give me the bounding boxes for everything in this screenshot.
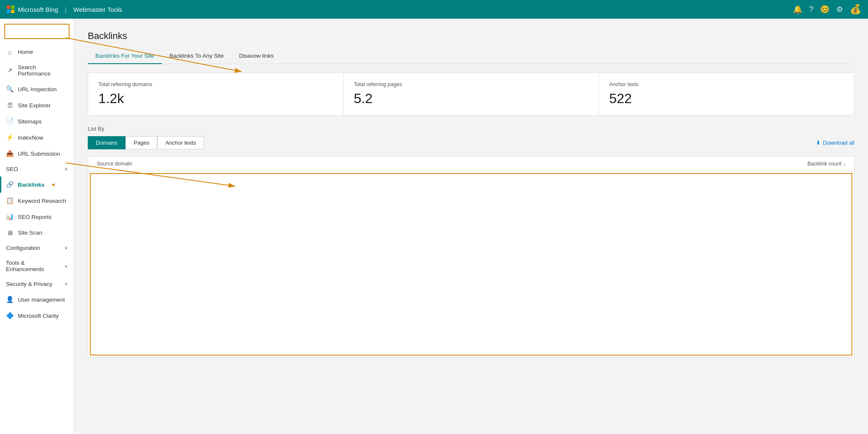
gold-icon[interactable]: 💰 <box>850 4 861 15</box>
topbar: Microsoft Bing | Webmaster Tools 🔔 ? 😊 ⚙… <box>0 0 868 19</box>
download-all-button[interactable]: ⬇ Download all <box>816 140 854 146</box>
sidebar-item-home-label: Home <box>18 49 33 55</box>
sidebar-item-seo-reports-label: SEO Reports <box>18 214 52 220</box>
stat-anchor-texts-value: 522 <box>609 91 844 106</box>
url-inspection-icon: 🔍 <box>6 85 14 93</box>
site-explorer-icon: ☰ <box>6 101 14 109</box>
search-input[interactable] <box>8 28 65 35</box>
sidebar-item-indexnow[interactable]: ⚡ IndexNow <box>0 129 74 146</box>
settings-icon[interactable]: ⚙ <box>836 5 843 14</box>
topbar-right: 🔔 ? 😊 ⚙ 💰 <box>793 4 861 15</box>
table-data-area <box>90 173 852 356</box>
backlinks-icon: 🔗 <box>6 181 14 188</box>
download-icon: ⬇ <box>816 140 821 146</box>
backlink-count-label: Backlink count <box>807 161 842 167</box>
stat-referring-domains-value: 1.2k <box>98 91 333 106</box>
sidebar-search-box[interactable] <box>4 24 70 39</box>
sitemaps-icon: 📄 <box>6 118 14 125</box>
download-all-label: Download all <box>823 140 854 146</box>
microsoft-logo <box>7 6 14 13</box>
sidebar-item-indexnow-label: IndexNow <box>18 134 43 141</box>
list-btn-domains[interactable]: Domains <box>88 136 125 149</box>
sidebar-item-backlinks[interactable]: 🔗 Backlinks ◄ <box>0 176 74 193</box>
list-by-section: List By Domains Pages Anchor texts ⬇ Dow… <box>88 126 854 149</box>
sidebar-item-user-management-label: User management <box>18 297 65 303</box>
stat-referring-pages: Total referring pages 5.2 <box>344 73 599 115</box>
table-col-source-header: Source domain <box>97 161 807 167</box>
security-section-header[interactable]: Security & Privacy ∨ <box>0 277 74 291</box>
list-by-label: List By <box>88 126 854 132</box>
sidebar-item-user-management[interactable]: 👤 User management <box>0 291 74 308</box>
url-submission-icon: 📤 <box>6 150 14 157</box>
sidebar-item-url-inspection[interactable]: 🔍 URL Inspection <box>0 81 74 97</box>
configuration-chevron-icon: ∨ <box>64 245 68 251</box>
configuration-section-label: Configuration <box>6 245 40 251</box>
backlinks-table: Source domain Backlink count ↓ <box>88 156 854 358</box>
sidebar-item-url-inspection-label: URL Inspection <box>18 86 57 92</box>
seo-chevron-icon: ∧ <box>64 166 68 172</box>
page-title: Backlinks <box>88 31 854 42</box>
sort-icon[interactable]: ↓ <box>843 161 846 166</box>
sidebar-item-url-submission-label: URL Submission <box>18 151 60 157</box>
search-performance-icon: ↗ <box>6 67 14 74</box>
list-btn-pages[interactable]: Pages <box>125 136 157 149</box>
stat-anchor-texts: Anchor texts 522 <box>599 73 854 115</box>
sidebar-item-seo-reports[interactable]: 📊 SEO Reports <box>0 209 74 225</box>
sidebar-item-sitemaps[interactable]: 📄 Sitemaps <box>0 113 74 129</box>
seo-section-label: SEO <box>6 166 18 172</box>
sidebar-item-site-explorer[interactable]: ☰ Site Explorer <box>0 97 74 113</box>
list-by-controls-row: Domains Pages Anchor texts ⬇ Download al… <box>88 136 854 149</box>
app-title: Webmaster Tools <box>73 6 122 13</box>
bell-icon[interactable]: 🔔 <box>793 5 802 14</box>
list-btn-anchor-texts[interactable]: Anchor texts <box>157 136 204 149</box>
backlinks-arrow-indicator: ◄ <box>50 182 56 188</box>
main-layout: ⌂ Home ↗ Search Performance 🔍 URL Inspec… <box>0 19 868 434</box>
help-icon[interactable]: ? <box>809 5 813 14</box>
seo-reports-icon: 📊 <box>6 213 14 221</box>
sidebar: ⌂ Home ↗ Search Performance 🔍 URL Inspec… <box>0 19 74 434</box>
stat-referring-pages-value: 5.2 <box>354 91 589 106</box>
table-header: Source domain Backlink count ↓ <box>88 157 854 171</box>
list-by-buttons: Domains Pages Anchor texts <box>88 136 204 149</box>
sidebar-item-site-scan-label: Site Scan <box>18 230 42 236</box>
sidebar-item-home[interactable]: ⌂ Home <box>0 44 74 60</box>
security-section-label: Security & Privacy <box>6 281 53 287</box>
sidebar-item-site-scan[interactable]: 🖥 Site Scan <box>0 225 74 241</box>
main-content: Backlinks Backlinks For Your Site Backli… <box>74 19 868 434</box>
sidebar-item-microsoft-clarity-label: Microsoft Clarity <box>18 313 59 319</box>
stat-referring-domains: Total referring domains 1.2k <box>88 73 344 115</box>
sidebar-item-url-submission[interactable]: 📤 URL Submission <box>0 146 74 162</box>
tab-backlinks-to-any[interactable]: Backlinks To Any Site <box>162 48 231 64</box>
seo-section-header[interactable]: SEO ∧ <box>0 162 74 176</box>
sidebar-item-search-performance[interactable]: ↗ Search Performance <box>0 60 74 81</box>
home-icon: ⌂ <box>6 48 14 56</box>
stats-row: Total referring domains 1.2k Total refer… <box>88 73 854 115</box>
keyword-research-icon: 📋 <box>6 197 14 204</box>
brand-divider: | <box>65 6 67 13</box>
brand-name: Microsoft Bing <box>18 6 58 13</box>
user-icon[interactable]: 😊 <box>820 5 829 14</box>
table-col-count-header: Backlink count ↓ <box>807 161 846 167</box>
site-scan-icon: 🖥 <box>6 229 14 236</box>
stat-referring-pages-label: Total referring pages <box>354 81 589 87</box>
sidebar-item-keyword-research-label: Keyword Research <box>18 198 66 204</box>
configuration-section-header[interactable]: Configuration ∨ <box>0 241 74 255</box>
sidebar-item-keyword-research[interactable]: 📋 Keyword Research <box>0 193 74 209</box>
security-chevron-icon: ∨ <box>64 281 68 287</box>
indexnow-icon: ⚡ <box>6 134 14 141</box>
sidebar-item-backlinks-label: Backlinks <box>18 182 45 188</box>
tab-backlinks-for-site[interactable]: Backlinks For Your Site <box>88 48 162 64</box>
sidebar-item-sitemaps-label: Sitemaps <box>18 118 42 125</box>
microsoft-clarity-icon: 🔷 <box>6 312 14 319</box>
sidebar-item-microsoft-clarity[interactable]: 🔷 Microsoft Clarity <box>0 308 74 324</box>
stat-anchor-texts-label: Anchor texts <box>609 81 844 87</box>
tools-section-header[interactable]: Tools & Enhancements ∨ <box>0 255 74 277</box>
tools-chevron-icon: ∨ <box>64 263 68 269</box>
tab-disavow-links[interactable]: Disavow links <box>231 48 281 64</box>
brand-area: Microsoft Bing | Webmaster Tools <box>7 6 122 13</box>
user-management-icon: 👤 <box>6 296 14 303</box>
tools-section-label: Tools & Enhancements <box>6 260 64 272</box>
stat-referring-domains-label: Total referring domains <box>98 81 333 87</box>
sidebar-item-search-performance-label: Search Performance <box>18 64 68 77</box>
main-tabs: Backlinks For Your Site Backlinks To Any… <box>88 48 854 64</box>
